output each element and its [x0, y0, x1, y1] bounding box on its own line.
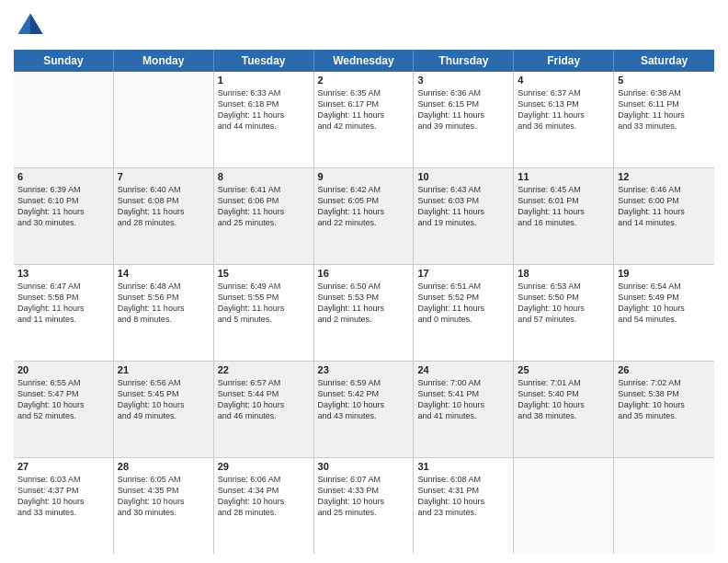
cell-line: Daylight: 10 hours — [417, 399, 509, 410]
calendar-cell: 8Sunrise: 6:41 AMSunset: 6:06 PMDaylight… — [214, 168, 314, 264]
cell-line: Sunset: 4:31 PM — [417, 485, 509, 496]
day-number: 5 — [618, 75, 711, 86]
calendar-cell: 1Sunrise: 6:33 AMSunset: 6:18 PMDaylight… — [214, 72, 314, 167]
day-number: 30 — [318, 461, 410, 472]
cell-line: Daylight: 11 hours — [318, 109, 410, 121]
cell-line: Sunrise: 7:01 AM — [518, 377, 609, 388]
cell-line: and 35 minutes. — [618, 410, 711, 421]
cell-line: Sunset: 5:55 PM — [218, 292, 310, 303]
cell-line: Sunset: 6:01 PM — [518, 195, 609, 206]
cell-line: Sunrise: 7:00 AM — [417, 377, 509, 388]
calendar: SundayMondayTuesdayWednesdayThursdayFrid… — [14, 50, 714, 554]
cell-line: and 16 minutes. — [518, 217, 609, 228]
cell-line: Sunset: 5:41 PM — [417, 388, 509, 399]
cell-line: and 8 minutes. — [118, 314, 210, 325]
cell-line: Sunset: 5:45 PM — [118, 388, 210, 399]
day-number: 28 — [118, 461, 210, 472]
calendar-week: 20Sunrise: 6:55 AMSunset: 5:47 PMDayligh… — [14, 362, 714, 458]
cell-line: and 0 minutes. — [417, 314, 509, 325]
cell-line: Sunrise: 6:55 AM — [17, 377, 109, 388]
cell-line: Daylight: 11 hours — [618, 109, 711, 121]
calendar-cell: 7Sunrise: 6:40 AMSunset: 6:08 PMDaylight… — [114, 168, 214, 264]
cell-line: Sunrise: 6:38 AM — [618, 87, 711, 98]
day-number: 7 — [118, 171, 210, 182]
cell-line: Sunrise: 6:53 AM — [518, 281, 609, 292]
weekday-header: Monday — [114, 50, 214, 72]
calendar-cell: 17Sunrise: 6:51 AMSunset: 5:52 PMDayligh… — [414, 265, 514, 361]
cell-line: Daylight: 11 hours — [118, 206, 210, 217]
cell-line: Daylight: 11 hours — [218, 303, 310, 314]
calendar-cell: 21Sunrise: 6:56 AMSunset: 5:45 PMDayligh… — [114, 362, 214, 457]
cell-line: and 25 minutes. — [218, 217, 310, 228]
cell-line: Sunrise: 6:48 AM — [118, 281, 210, 292]
cell-line: Sunrise: 6:41 AM — [218, 184, 310, 195]
calendar-week: 1Sunrise: 6:33 AMSunset: 6:18 PMDaylight… — [14, 72, 714, 168]
cell-line: Daylight: 11 hours — [17, 303, 109, 314]
cell-line: Sunset: 5:53 PM — [318, 292, 410, 303]
cell-line: Daylight: 10 hours — [118, 399, 210, 410]
cell-line: Sunrise: 6:47 AM — [17, 281, 109, 292]
cell-line: Daylight: 10 hours — [518, 399, 609, 410]
cell-line: and 14 minutes. — [618, 217, 711, 228]
day-number: 27 — [17, 461, 109, 472]
cell-line: and 30 minutes. — [118, 507, 210, 518]
day-number: 29 — [218, 461, 310, 472]
weekday-header: Saturday — [614, 50, 714, 72]
cell-line: Daylight: 10 hours — [118, 496, 210, 507]
cell-line: Sunset: 5:58 PM — [17, 292, 109, 303]
cell-line: Daylight: 11 hours — [518, 109, 609, 121]
calendar-week: 27Sunrise: 6:03 AMSunset: 4:37 PMDayligh… — [14, 458, 714, 554]
calendar-body: 1Sunrise: 6:33 AMSunset: 6:18 PMDaylight… — [14, 72, 714, 554]
cell-line: Sunrise: 6:39 AM — [17, 184, 109, 195]
cell-line: Sunset: 4:34 PM — [218, 485, 310, 496]
cell-line: Sunrise: 6:07 AM — [318, 474, 410, 485]
cell-line: Sunrise: 7:02 AM — [618, 377, 711, 388]
cell-line: Sunset: 6:11 PM — [618, 98, 711, 109]
calendar-week: 13Sunrise: 6:47 AMSunset: 5:58 PMDayligh… — [14, 265, 714, 362]
cell-line: Sunset: 6:00 PM — [618, 195, 711, 206]
day-number: 9 — [318, 171, 410, 182]
cell-line: Sunset: 6:17 PM — [318, 98, 410, 109]
day-number: 11 — [518, 171, 609, 182]
calendar-week: 6Sunrise: 6:39 AMSunset: 6:10 PMDaylight… — [14, 168, 714, 265]
day-number: 16 — [318, 268, 410, 279]
cell-line: Daylight: 11 hours — [618, 206, 711, 217]
day-number: 17 — [417, 268, 509, 279]
header — [14, 9, 714, 42]
cell-line: Sunrise: 6:33 AM — [218, 87, 310, 98]
cell-line: Sunset: 6:08 PM — [118, 195, 210, 206]
cell-line: Daylight: 11 hours — [218, 206, 310, 217]
day-number: 19 — [618, 268, 711, 279]
cell-line: and 33 minutes. — [17, 507, 109, 518]
calendar-cell: 23Sunrise: 6:59 AMSunset: 5:42 PMDayligh… — [314, 362, 415, 457]
cell-line: Daylight: 11 hours — [118, 303, 210, 314]
cell-line: Sunset: 4:35 PM — [118, 485, 210, 496]
calendar-cell: 6Sunrise: 6:39 AMSunset: 6:10 PMDaylight… — [14, 168, 114, 264]
cell-line: Sunset: 5:49 PM — [618, 292, 711, 303]
day-number: 26 — [618, 364, 711, 375]
day-number: 13 — [17, 268, 109, 279]
cell-line: Sunrise: 6:05 AM — [118, 474, 210, 485]
cell-line: Sunrise: 6:51 AM — [417, 281, 509, 292]
cell-line: Sunset: 6:10 PM — [17, 195, 109, 206]
cell-line: and 30 minutes. — [17, 217, 109, 228]
calendar-cell: 12Sunrise: 6:46 AMSunset: 6:00 PMDayligh… — [614, 168, 714, 264]
cell-line: Daylight: 11 hours — [218, 109, 310, 121]
cell-line: and 57 minutes. — [518, 314, 609, 325]
cell-line: Daylight: 11 hours — [17, 206, 109, 217]
weekday-header: Thursday — [414, 50, 514, 72]
calendar-cell: 24Sunrise: 7:00 AMSunset: 5:41 PMDayligh… — [414, 362, 514, 457]
day-number: 2 — [318, 75, 410, 86]
calendar-cell — [114, 72, 214, 167]
cell-line: Sunset: 6:18 PM — [218, 98, 310, 109]
cell-line: Sunrise: 6:40 AM — [118, 184, 210, 195]
cell-line: and 2 minutes. — [318, 314, 410, 325]
calendar-cell: 16Sunrise: 6:50 AMSunset: 5:53 PMDayligh… — [314, 265, 415, 361]
cell-line: Daylight: 11 hours — [417, 206, 509, 217]
cell-line: and 46 minutes. — [218, 410, 310, 421]
calendar-cell — [14, 72, 114, 167]
calendar-cell: 11Sunrise: 6:45 AMSunset: 6:01 PMDayligh… — [514, 168, 614, 264]
cell-line: Sunrise: 6:59 AM — [318, 377, 410, 388]
cell-line: Sunrise: 6:57 AM — [218, 377, 310, 388]
cell-line: Sunrise: 6:54 AM — [618, 281, 711, 292]
